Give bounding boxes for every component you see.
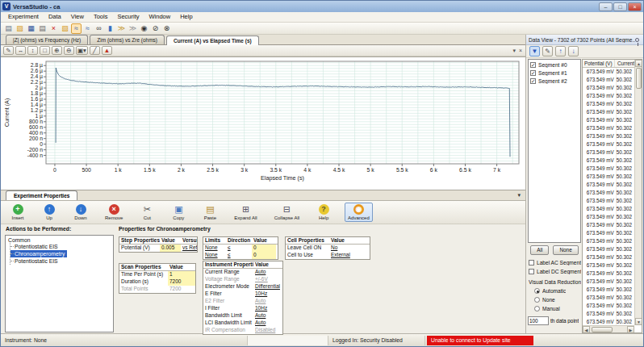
cut-button[interactable]: ✂Cut [136,203,157,222]
rerun-button[interactable]: ≫ [128,23,138,34]
table-row[interactable]: 673.549 mV50.302 [583,148,634,157]
checkbox-label-ac-segments[interactable]: Label AC Segments [528,258,581,267]
radio-automatic[interactable]: Automatic [528,286,581,295]
menu-help[interactable]: Help [175,12,197,22]
table-row[interactable]: 673.549 mV50.302 [583,165,634,173]
vertical-scrollbar[interactable]: ▲ ▼ [634,60,642,325]
tree-item-potentiostatic-eis[interactable]: Potentiostatic EIS [10,243,113,250]
segment-item[interactable]: ✓Segment #2 [529,77,580,85]
advanced-button[interactable]: ◉Advanced [345,203,373,222]
menu-security[interactable]: Security [112,12,144,22]
panel-collapse-button[interactable]: ▾ [517,190,521,200]
line-cursor-button[interactable]: ╱ [90,46,100,55]
scan-cell[interactable]: 7200 [168,278,195,286]
table-row[interactable]: 673.549 mV50.302 [583,261,634,270]
table-row[interactable]: 673.549 mV50.302 [583,310,634,318]
step-cell[interactable]: vs Ref [181,245,197,252]
column-potential[interactable]: Potential (V) [583,60,615,67]
cell-cell[interactable]: No [329,245,370,252]
edit-data-button[interactable]: ✎ [542,46,553,56]
table-row[interactable]: 673.549 mV50.302 [583,278,634,286]
select-all-button[interactable]: All [530,245,549,255]
browse-folder-button[interactable]: ▧ [60,23,70,34]
table-row[interactable]: 673.549 mV50.302 [583,157,634,165]
limits-cell[interactable]: ≤ [226,252,252,259]
help-button[interactable]: ?Help [313,203,334,222]
table-row[interactable]: 673.549 mV50.302 [583,245,634,253]
radio-manual[interactable]: Manual [528,304,581,313]
limits-cell[interactable]: None [203,245,226,252]
segment-item[interactable]: ✓Segment #1 [529,69,580,77]
close-button[interactable]: × [628,2,642,11]
horizontal-scrollbar[interactable]: ◀ ▶ [583,325,634,332]
expand-all-button[interactable]: ⊞Expand All [231,203,260,222]
checkbox-box[interactable] [529,269,534,274]
radio-button[interactable] [534,306,540,311]
column-current[interactable]: Current [615,60,634,67]
segment-checkbox[interactable]: ✓ [530,62,536,68]
radio-button[interactable] [534,297,540,303]
current-vs-time-plot[interactable]: 05001 k1.5 k2 k2.5 k3 k3.5 k4 k4.5 k5 k5… [1,57,525,190]
table-row[interactable]: 673.549 mV50.302 [583,237,634,245]
instr-cell[interactable]: Auto [253,320,282,327]
scrollbar-thumb[interactable] [636,68,642,89]
table-row[interactable]: 673.549 mV50.302 [583,100,634,108]
radio-button[interactable] [534,288,540,294]
delete-button[interactable]: × [48,23,59,34]
menu-data[interactable]: Data [44,12,66,22]
chart-close-button[interactable]: × [519,48,522,54]
move-bottom-button[interactable]: ↓ [568,46,579,56]
view-graph-button[interactable]: ≈ [71,23,82,34]
zoom-out-button[interactable]: ⊖ [64,46,74,55]
table-row[interactable]: 673.549 mV50.302 [583,286,634,294]
chart-menu-button[interactable]: ▾ [512,48,516,54]
table-row[interactable]: 673.549 mV50.302 [583,189,634,197]
limits-cell[interactable]: 0 [252,252,276,259]
table-row[interactable]: 673.549 mV50.302 [583,140,634,148]
table-row[interactable]: 673.549 mV50.302 [583,205,634,213]
maximize-button[interactable]: □ [613,2,627,11]
table-row[interactable]: 673.549 mV50.302 [583,132,634,140]
table-row[interactable]: 673.549 mV50.302 [583,124,634,132]
chart-area[interactable]: 05001 k1.5 k2 k2.5 k3 k3.5 k4 k4.5 k5 k5… [1,56,525,190]
print-button[interactable]: ▤ [37,23,48,34]
open-file-button[interactable]: ▨ [15,23,25,34]
table-row[interactable]: 673.549 mV50.302 [583,221,634,229]
segment-checkbox[interactable]: ✓ [530,78,536,84]
move-top-button[interactable]: ↑ [555,46,566,56]
tree-item-chronoamperometry[interactable]: Chronoamperometry [10,250,67,257]
move-up-button[interactable]: ↑Up [39,203,60,222]
tree-item-potentiostatic-eis[interactable]: Potentiostatic EIS [10,257,113,265]
pause-experiment-button[interactable]: ⊘ [150,23,161,34]
table-row[interactable]: 673.549 mV50.302 [583,84,634,92]
tab-zim-ohms-vs-zre-ohms[interactable]: Zim (ohms) vs Zre (ohms) [90,35,165,44]
menu-view[interactable]: View [66,12,89,22]
copy-button[interactable]: ▣Copy [168,203,189,222]
menu-tools[interactable]: Tools [89,12,113,22]
segment-checkbox[interactable]: ✓ [530,70,536,76]
instr-cell[interactable]: 10Hz [253,305,282,312]
table-row[interactable]: 673.549 mV50.302 [583,270,634,278]
insert-button[interactable]: +Insert [7,203,28,222]
zoom-box-button[interactable]: □ [40,46,50,55]
tab-current-a-vs-elapsed-time-s[interactable]: Current (A) vs Elapsed Time (s) [166,36,259,45]
tab-z-ohms-vs-frequency-hz[interactable]: |Z| (ohms) vs Frequency (Hz) [6,35,88,44]
update-alert[interactable]: Unable to connect to Update site [427,336,533,345]
limits-cell[interactable]: None [203,252,226,259]
run-button[interactable]: ≫ [116,23,127,34]
export-graph-button[interactable]: ≈ [82,23,93,34]
instr-cell[interactable]: Auto [253,269,282,276]
title-bar[interactable]: V VersaStudio - ca –□× [1,1,643,12]
menu-window[interactable]: Window [144,12,176,22]
limits-cell[interactable]: ≤ [226,245,252,252]
table-row[interactable]: 673.549 mV50.302 [583,213,634,221]
table-row[interactable]: 673.549 mV50.302 [583,108,634,116]
checkbox-label-dc-segments[interactable]: Label DC Segments [528,267,581,276]
cell-cell[interactable]: External [329,252,370,259]
pin-icon[interactable] [635,38,639,42]
instr-cell[interactable]: Differential [253,283,282,291]
menu-experiment[interactable]: Experiment [3,12,44,22]
table-row[interactable]: 673.549 mV50.302 [583,302,634,310]
table-row[interactable]: 673.549 mV50.302 [583,76,634,84]
axis-scale-x-button[interactable]: ↔ [15,46,26,55]
